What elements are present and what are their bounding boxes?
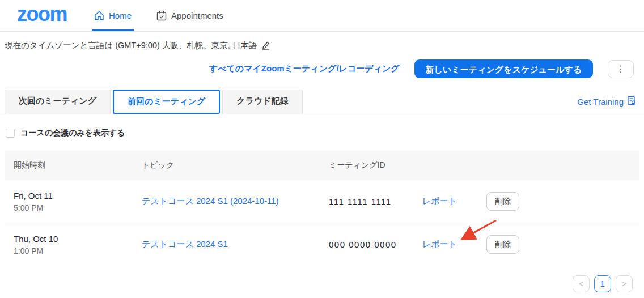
get-training-link[interactable]: Get Training bbox=[577, 96, 636, 114]
top-navigation: Home Appointments bbox=[92, 0, 226, 31]
timezone-language-line: 現在のタイムゾーンと言語は (GMT+9:00) 大阪、札幌、東京, 日本語 bbox=[5, 40, 644, 51]
timezone-language-text: 現在のタイムゾーンと言語は (GMT+9:00) 大阪、札幌、東京, 日本語 bbox=[5, 40, 257, 51]
pagination-next-button[interactable]: > bbox=[616, 275, 633, 292]
tab-previous-meetings[interactable]: 前回のミーティング bbox=[113, 90, 220, 114]
pagination-page-1-button[interactable]: 1 bbox=[594, 275, 611, 292]
actions-row: すべてのマイZoomミーティング/レコーディング 新しいミーティングをスケジュー… bbox=[0, 59, 634, 78]
meeting-topic-link[interactable]: テストコース 2024 S1 bbox=[142, 239, 228, 249]
delete-button[interactable]: 削除 bbox=[486, 235, 519, 254]
calendar-check-icon bbox=[156, 11, 167, 21]
tab-upcoming-meetings[interactable]: 次回のミーティング bbox=[5, 90, 111, 114]
zoom-lms-page: zoom Home App bbox=[0, 0, 644, 298]
more-options-button[interactable]: ⋮ bbox=[608, 60, 634, 78]
tab-cloud-recordings[interactable]: クラウド記録 bbox=[222, 90, 302, 114]
meeting-id: 000 0000 0000 bbox=[329, 240, 422, 249]
nav-tab-home[interactable]: Home bbox=[92, 0, 134, 31]
course-filter-label: コースの会議のみを表示する bbox=[20, 128, 125, 138]
column-header-topic: トピック bbox=[142, 160, 329, 171]
course-filter-row: コースの会議のみを表示する bbox=[6, 128, 644, 138]
training-doc-icon bbox=[627, 96, 636, 107]
top-bar: zoom Home App bbox=[0, 0, 644, 32]
meeting-date: Fri, Oct 11 bbox=[14, 191, 142, 201]
meeting-time: 5:00 PM bbox=[14, 203, 142, 212]
course-filter-checkbox[interactable] bbox=[6, 129, 15, 138]
meeting-id: 111 1111 1111 bbox=[329, 197, 422, 206]
report-link[interactable]: レポート bbox=[422, 196, 457, 206]
meeting-topic-link[interactable]: テストコース 2024 S1 (2024-10-11) bbox=[142, 196, 279, 206]
table-row: Thu, Oct 10 1:00 PM テストコース 2024 S1 000 0… bbox=[5, 223, 639, 266]
delete-button[interactable]: 削除 bbox=[486, 192, 519, 211]
pagination-prev-button[interactable]: < bbox=[573, 275, 590, 292]
home-icon bbox=[94, 11, 104, 20]
start-time-cell: Thu, Oct 10 1:00 PM bbox=[14, 234, 142, 256]
column-header-meeting-id: ミーティングID bbox=[329, 160, 422, 171]
get-training-label: Get Training bbox=[577, 97, 624, 107]
column-header-start-time: 開始時刻 bbox=[14, 160, 142, 171]
zoom-logo: zoom bbox=[17, 4, 67, 28]
meeting-date: Thu, Oct 10 bbox=[14, 234, 142, 244]
table-row: Fri, Oct 11 5:00 PM テストコース 2024 S1 (2024… bbox=[5, 180, 639, 223]
edit-pencil-icon[interactable] bbox=[261, 41, 270, 50]
nav-tab-appointments[interactable]: Appointments bbox=[154, 0, 226, 31]
meeting-tabs-row: 次回のミーティング 前回のミーティング クラウド記録 Get Training bbox=[0, 90, 644, 114]
previous-meetings-table: 開始時刻 トピック ミーティングID Fri, Oct 11 5:00 PM テ… bbox=[5, 151, 639, 266]
nav-tab-appointments-label: Appointments bbox=[171, 11, 223, 20]
all-zoom-meetings-link[interactable]: すべてのマイZoomミーティング/レコーディング bbox=[209, 63, 400, 74]
nav-tab-home-label: Home bbox=[109, 11, 132, 20]
vertical-ellipsis-icon: ⋮ bbox=[616, 65, 625, 74]
report-link[interactable]: レポート bbox=[422, 239, 457, 249]
schedule-meeting-button[interactable]: 新しいミーティングをスケジュールする bbox=[414, 59, 593, 78]
start-time-cell: Fri, Oct 11 5:00 PM bbox=[14, 191, 142, 212]
meeting-tabs: 次回のミーティング 前回のミーティング クラウド記録 bbox=[5, 90, 305, 114]
meeting-time: 1:00 PM bbox=[14, 246, 142, 256]
pagination: < 1 > bbox=[573, 275, 633, 292]
table-header-row: 開始時刻 トピック ミーティングID bbox=[5, 151, 639, 180]
